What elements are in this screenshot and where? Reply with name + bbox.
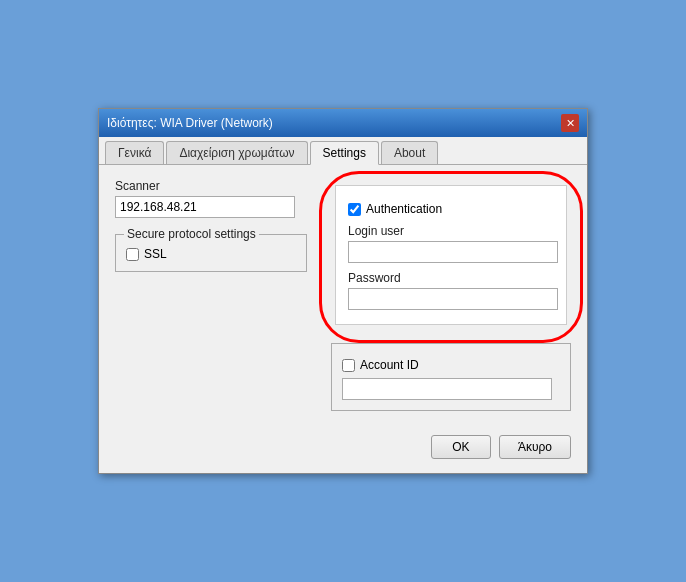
ssl-checkbox[interactable] [126,248,139,261]
auth-checkbox[interactable] [348,203,361,216]
login-user-input[interactable] [348,241,558,263]
tab-bar: Γενικά Διαχείριση χρωμάτων Settings Abou… [99,137,587,165]
account-id-label: Account ID [360,358,419,372]
tab-about[interactable]: About [381,141,438,164]
secure-protocol-group: Secure protocol settings SSL [115,234,307,272]
tab-content: Scanner Secure protocol settings SSL [99,165,587,425]
password-input[interactable] [348,288,558,310]
title-bar: Ιδιότητες: WIA Driver (Network) ✕ [99,109,587,137]
footer: OK Άκυρο [99,425,587,473]
window-title: Ιδιότητες: WIA Driver (Network) [107,116,273,130]
password-label: Password [348,271,554,285]
tab-settings[interactable]: Settings [310,141,379,165]
login-user-label: Login user [348,224,554,238]
auth-box: Authentication Login user Password [335,185,567,325]
account-id-input-group [342,378,560,400]
main-window: Ιδιότητες: WIA Driver (Network) ✕ Γενικά… [98,108,588,474]
scanner-label: Scanner [115,179,307,193]
account-id-group: Account ID [331,343,571,411]
password-group: Password [348,271,554,310]
ok-button[interactable]: OK [431,435,491,459]
right-section: Authentication Login user Password [331,179,571,411]
auth-header-row: Authentication [348,202,554,216]
account-id-header-row: Account ID [342,358,560,372]
cancel-button[interactable]: Άκυρο [499,435,571,459]
account-id-checkbox[interactable] [342,359,355,372]
ssl-label: SSL [144,247,167,261]
ssl-row: SSL [126,247,296,261]
main-layout: Scanner Secure protocol settings SSL [115,179,571,411]
scanner-input[interactable] [115,196,295,218]
account-id-input[interactable] [342,378,552,400]
login-user-group: Login user [348,224,554,263]
close-button[interactable]: ✕ [561,114,579,132]
secure-protocol-legend: Secure protocol settings [124,227,259,241]
tab-color[interactable]: Διαχείριση χρωμάτων [166,141,307,164]
auth-label: Authentication [366,202,442,216]
left-section: Scanner Secure protocol settings SSL [115,179,307,411]
tab-general[interactable]: Γενικά [105,141,164,164]
auth-wrapper: Authentication Login user Password [331,179,571,335]
